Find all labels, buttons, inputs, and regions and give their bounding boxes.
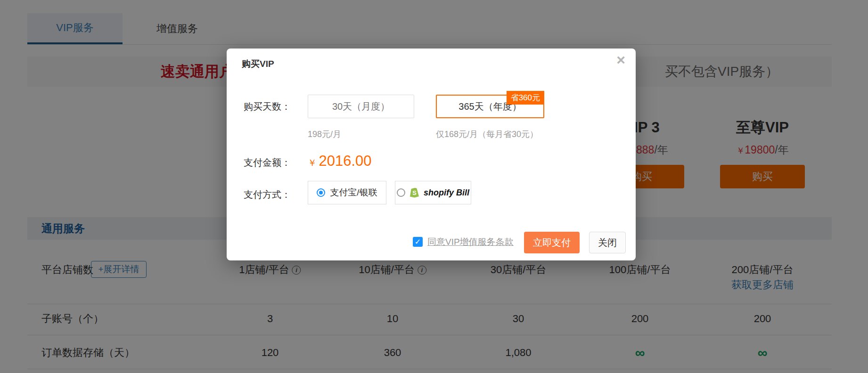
duration-option-monthly-sub: 198元/月: [308, 129, 341, 140]
modal-title: 购买VIP: [242, 58, 274, 70]
close-icon[interactable]: ×: [616, 52, 625, 67]
payment-label: 支付方式：: [244, 188, 291, 201]
agreement-terms-link[interactable]: 同意VIP增值服务条款: [427, 236, 514, 248]
pay-now-button[interactable]: 立即支付: [524, 232, 580, 253]
shopify-bag-icon: S: [410, 188, 419, 198]
duration-option-yearly-sub: 仅168元/月（每月省30元）: [436, 129, 538, 140]
purchase-vip-modal: 购买VIP × 购买天数： 30天（月度） 365天（年度） 省360元 198…: [227, 49, 636, 260]
amount-value: ￥ 2016.00: [308, 153, 372, 170]
savings-badge: 省360元: [507, 91, 544, 105]
payment-method-shopify-bill[interactable]: S shopify Bill: [395, 181, 471, 204]
close-button[interactable]: 关闭: [589, 232, 626, 253]
agreement-checkbox[interactable]: ✓: [413, 237, 423, 247]
duration-label: 购买天数：: [244, 100, 291, 113]
amount-currency: ￥: [308, 158, 317, 168]
screen: VIP服务 增值服务 速卖通用户注意 买不包含VIP服务） VIP 3 888/…: [0, 0, 868, 373]
amount-number: 2016.00: [319, 153, 371, 169]
payment-method-alipay[interactable]: 支付宝/银联: [308, 181, 386, 204]
radio-unselected-icon: [397, 188, 405, 197]
duration-option-yearly[interactable]: 365天（年度） 省360元: [436, 95, 544, 118]
amount-label: 支付金额：: [244, 156, 291, 169]
duration-option-monthly[interactable]: 30天（月度）: [308, 95, 414, 118]
radio-selected-icon: [317, 188, 325, 197]
